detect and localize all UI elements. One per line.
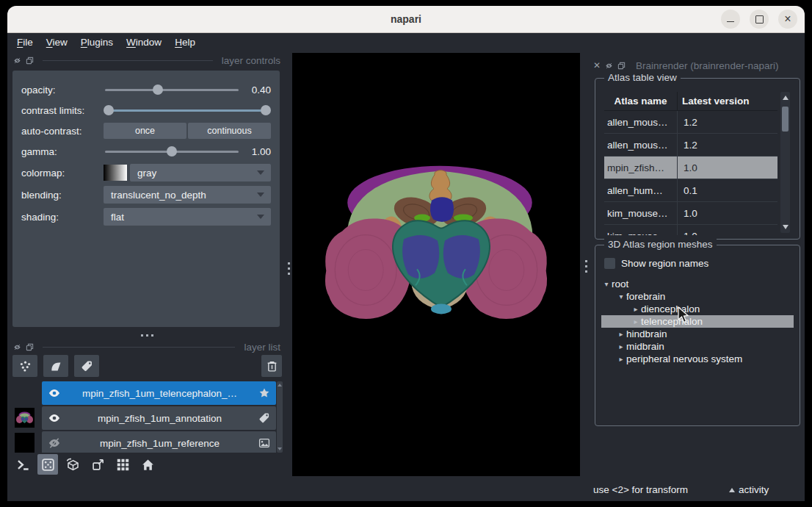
atlas-version-cell: 1.2: [678, 117, 777, 128]
chevron-expanded-icon[interactable]: ▾: [616, 292, 626, 301]
auto-contrast-row: auto-contrast: once continuous: [21, 122, 271, 140]
mouse-cursor: [677, 306, 689, 324]
viewer-canvas[interactable]: [292, 53, 580, 476]
menu-file[interactable]: File: [10, 35, 40, 50]
layer-row[interactable]: mpin_zfish_1um_telencephalon_…: [42, 381, 276, 405]
hide-dock-icon[interactable]: [13, 57, 21, 65]
layer-list-scrollbar[interactable]: [277, 381, 283, 453]
hide-dock-icon[interactable]: [13, 343, 21, 351]
scroll-up-icon: [783, 96, 789, 100]
menu-window[interactable]: Window: [120, 35, 168, 50]
tree-item-label: telencephalon: [641, 316, 703, 327]
window-title: napari: [391, 13, 421, 25]
menu-help[interactable]: Help: [168, 35, 202, 50]
transpose-button[interactable]: [87, 454, 108, 475]
tree-item-forebrain[interactable]: ▾forebrain: [601, 290, 794, 303]
chevron-collapsed-icon[interactable]: ▸: [616, 342, 626, 350]
scrollbar-thumb[interactable]: [782, 107, 789, 132]
chevron-expanded-icon[interactable]: ▾: [601, 280, 612, 288]
minimize-button[interactable]: [721, 10, 740, 29]
splitter-handle-left[interactable]: [284, 259, 293, 278]
region-meshes-group-title: 3D Atlas region meshes: [604, 239, 717, 250]
float-dock-icon[interactable]: [26, 343, 34, 351]
tree-item-hindbrain[interactable]: ▸hindbrain: [601, 328, 794, 340]
layer-name: mpin_zfish_1um_reference: [61, 438, 258, 449]
maximize-button[interactable]: [750, 10, 769, 29]
contrast-limits-label: contrast limits:: [21, 105, 104, 116]
gamma-label: gamma:: [21, 146, 104, 157]
colormap-row: colormap: gray: [21, 163, 271, 182]
layer-thumbnail: [15, 383, 35, 403]
column-header-latest-version[interactable]: Latest version: [678, 96, 777, 107]
layer-row[interactable]: mpin_zfish_1um_annotation: [42, 406, 276, 430]
chevron-collapsed-icon[interactable]: ▸: [631, 317, 641, 326]
atlas-name-cell: allen_mous…: [604, 111, 678, 133]
atlas-table-group-title: Atlas table view: [604, 72, 681, 83]
brainrender-dock-header: ✕ Brainrender (brainrender-napari): [587, 58, 805, 73]
dock-splitter-handle[interactable]: [7, 331, 286, 339]
transform-hint: use <2> for transform: [593, 484, 688, 495]
chevron-collapsed-icon[interactable]: ▸: [616, 355, 626, 363]
gamma-slider[interactable]: [104, 145, 240, 158]
opacity-slider[interactable]: [104, 83, 240, 96]
show-region-names-checkbox[interactable]: [604, 258, 615, 269]
layer-entry: mpin_zfish_1um_telencephalon_…: [12, 381, 276, 405]
layer-row[interactable]: mpin_zfish_1um_reference: [42, 431, 276, 453]
menu-plugins[interactable]: Plugins: [74, 35, 120, 50]
tree-item-midbrain[interactable]: ▸midbrain: [601, 340, 794, 353]
column-header-atlas-name[interactable]: Atlas name: [604, 92, 678, 110]
opacity-label: opacity:: [21, 84, 104, 96]
home-button[interactable]: [137, 454, 158, 475]
atlas-row[interactable]: kim_mouse…1.0: [604, 202, 777, 225]
float-dock-icon[interactable]: [617, 62, 626, 70]
eye-icon[interactable]: [48, 386, 61, 400]
chevron-collapsed-icon[interactable]: ▸: [616, 330, 626, 338]
ndisplay-3d-button[interactable]: [37, 454, 58, 475]
shading-dropdown[interactable]: flat: [104, 208, 271, 226]
window-controls: ×: [721, 10, 797, 29]
activity-toggle[interactable]: activity: [729, 484, 769, 495]
atlas-row[interactable]: allen_hum…0.1: [604, 179, 777, 202]
float-dock-icon[interactable]: [26, 57, 34, 65]
atlas-table-scrollbar[interactable]: [780, 92, 790, 233]
contrast-limits-slider[interactable]: [104, 104, 271, 117]
titlebar[interactable]: napari ×: [7, 6, 805, 33]
new-shapes-layer-button[interactable]: [43, 355, 68, 377]
atlas-row[interactable]: allen_mous…1.2: [604, 111, 777, 134]
atlas-row[interactable]: mpin_zfish…1.0: [604, 157, 777, 179]
new-labels-layer-button[interactable]: [74, 355, 99, 377]
console-button[interactable]: [12, 454, 33, 475]
menu-view[interactable]: View: [40, 35, 74, 50]
scroll-up-icon: [278, 384, 282, 386]
blending-label: blending:: [21, 190, 104, 201]
new-points-layer-button[interactable]: [12, 355, 37, 377]
eye-closed-icon[interactable]: [48, 436, 61, 450]
tree-item-telencephalon[interactable]: ▸telencephalon: [601, 315, 794, 328]
eye-icon[interactable]: [48, 411, 61, 425]
tree-item-label: midbrain: [626, 341, 664, 352]
chevron-collapsed-icon[interactable]: ▸: [631, 305, 641, 313]
grid-view-button[interactable]: [112, 454, 133, 475]
auto-contrast-continuous-button[interactable]: continuous: [188, 123, 271, 139]
close-button[interactable]: ×: [778, 10, 797, 29]
chevron-down-icon: [257, 215, 264, 219]
atlas-table-groupbox: Atlas table view Atlas name Latest versi…: [595, 78, 800, 240]
tree-item-peripheral-nervous-system[interactable]: ▸peripheral nervous system: [601, 353, 794, 365]
tree-item-root[interactable]: ▾root: [601, 278, 794, 290]
activity-label: activity: [739, 484, 769, 495]
roll-dimensions-button[interactable]: [62, 454, 83, 475]
close-dock-icon[interactable]: ✕: [593, 61, 601, 70]
layer-controls-dock-header: layer controls: [7, 53, 286, 68]
delete-layer-button[interactable]: [261, 355, 282, 377]
auto-contrast-once-button[interactable]: once: [104, 123, 186, 139]
shading-row: shading: flat: [21, 207, 271, 226]
atlas-row[interactable]: allen_mous…1.2: [604, 134, 777, 157]
atlas-name-cell: allen_mous…: [604, 134, 678, 156]
colormap-swatch: [104, 165, 127, 181]
blending-dropdown[interactable]: translucent_no_depth: [104, 186, 271, 204]
tree-item-diencephalon[interactable]: ▸diencephalon: [601, 303, 794, 315]
atlas-row[interactable]: kim_mouse…1.0: [604, 225, 777, 235]
tag-icon: [258, 412, 270, 424]
colormap-dropdown[interactable]: gray: [130, 164, 271, 181]
hide-dock-icon[interactable]: [605, 62, 613, 70]
